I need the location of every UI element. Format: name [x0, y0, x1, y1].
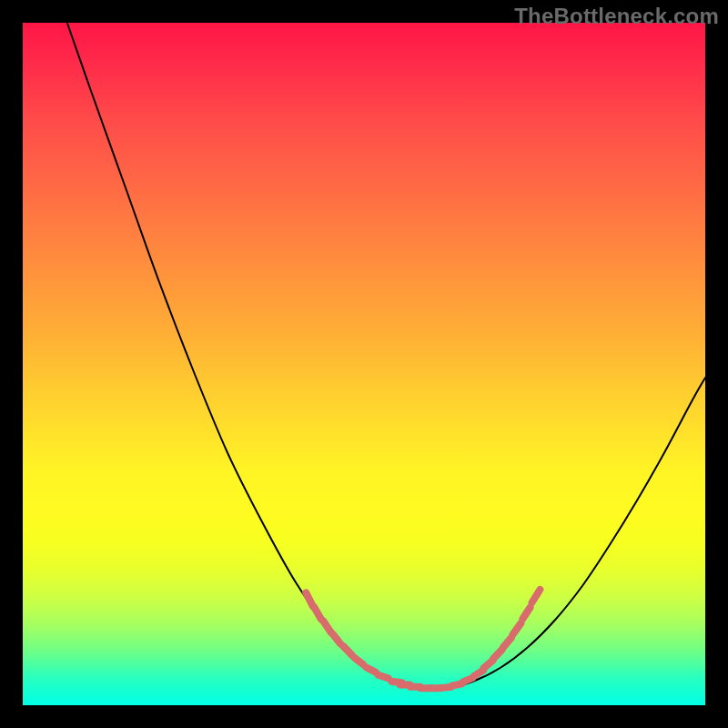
hatch-mark — [366, 667, 376, 672]
hatch-mark — [522, 607, 530, 619]
hatch-mark — [354, 658, 362, 664]
hatch-mark — [333, 634, 340, 644]
hatch-mark — [323, 622, 330, 632]
valley-hatch-marks — [306, 590, 540, 688]
chart-frame: TheBottleneck.com — [0, 0, 728, 728]
hatch-mark — [503, 638, 511, 647]
hatch-mark — [493, 650, 501, 659]
bottleneck-curve — [67, 23, 705, 689]
hatch-mark — [463, 678, 472, 682]
hatch-mark — [379, 675, 389, 678]
hatch-mark — [314, 607, 321, 619]
curve-svg — [23, 23, 705, 705]
hatch-mark — [484, 661, 493, 668]
hatch-mark — [513, 623, 521, 634]
hatch-mark — [343, 646, 351, 655]
watermark: TheBottleneck.com — [514, 4, 719, 29]
hatch-mark — [306, 592, 313, 606]
hatch-mark — [532, 590, 541, 602]
plot-area — [23, 23, 705, 705]
